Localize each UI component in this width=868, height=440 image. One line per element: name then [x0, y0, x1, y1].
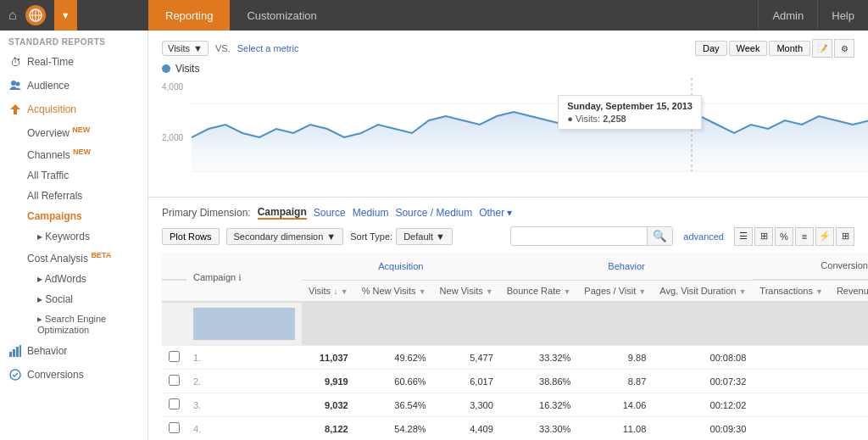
row-3-num: 3.: [186, 393, 302, 417]
sidebar-item-seo[interactable]: ▸ Search Engine Optimization: [0, 309, 147, 339]
help-button[interactable]: Help: [817, 0, 868, 31]
sidebar-item-keywords[interactable]: ▸ Keywords: [0, 226, 147, 247]
dim-source-medium[interactable]: Source / Medium: [395, 207, 472, 219]
row-3-bounce: 16.32%: [500, 393, 578, 417]
secondary-dimension-select[interactable]: Secondary dimension ▼: [226, 228, 344, 245]
row-1-newvisits: 5,477: [433, 346, 500, 370]
view-btn-percent[interactable]: %: [775, 227, 793, 246]
content-area: Visits ▼ VS. Select a metric Day Week Mo…: [148, 31, 868, 440]
row-4-visits: 8,122: [302, 417, 355, 441]
sidebar-item-allreferrals[interactable]: All Referrals: [0, 186, 147, 206]
sidebar: STANDARD REPORTS ⏱ Real-Time Audience Ac…: [0, 31, 148, 440]
row-1-checkbox[interactable]: [169, 351, 180, 362]
th-pct-new-visits[interactable]: % New Visits ▼: [355, 280, 433, 302]
sidebar-item-campaigns[interactable]: Campaigns: [0, 206, 147, 226]
data-table: Campaign ℹ Acquisition Behavior Conversi…: [162, 253, 868, 440]
th-new-visits[interactable]: New Visits ▼: [433, 280, 500, 302]
table-row: 4. 8,122 54.28% 4,409 33.30% 11.08 00:09…: [162, 417, 868, 441]
bar-chart-cell: [186, 302, 302, 346]
bar-row-checkbox: [162, 302, 186, 346]
tab-customization[interactable]: Customization: [230, 0, 333, 31]
th-campaign: Campaign ℹ: [186, 253, 302, 302]
svg-rect-8: [16, 347, 19, 357]
sidebar-item-audience[interactable]: Audience: [0, 74, 147, 97]
property-dropdown[interactable]: ▼: [54, 0, 77, 31]
view-btn-chart[interactable]: ⚡: [815, 227, 834, 246]
row-2-checkbox[interactable]: [169, 375, 180, 386]
select-metric-link[interactable]: Select a metric: [237, 43, 299, 53]
th-bounce-rate[interactable]: Bounce Rate ▼: [500, 280, 578, 302]
chart-icon-annotation[interactable]: 📝: [812, 39, 832, 58]
table-row: 1. 11,037 49.62% 5,477 33.32% 9.88 00:08…: [162, 346, 868, 370]
sidebar-item-adwords[interactable]: ▸ AdWords: [0, 269, 147, 289]
th-visits[interactable]: Visits ↓ ▼: [302, 280, 355, 302]
row-4-revenue: [830, 417, 868, 441]
tab-reporting[interactable]: Reporting: [148, 0, 230, 31]
search-button[interactable]: 🔍: [647, 227, 672, 245]
sidebar-item-behavior[interactable]: Behavior: [0, 339, 147, 363]
row-1-duration: 00:08:08: [653, 346, 753, 370]
row-3-visits: 9,032: [302, 393, 355, 417]
top-nav-right: Admin Help: [758, 0, 868, 31]
row-4-pages: 11.08: [577, 417, 653, 441]
chart-controls: Visits ▼ VS. Select a metric Day Week Mo…: [162, 39, 854, 58]
row-3-pages: 14.06: [577, 393, 653, 417]
view-btn-terms[interactable]: ≡: [795, 227, 814, 246]
svg-rect-9: [19, 345, 21, 357]
row-1-num: 1.: [186, 346, 302, 370]
view-btn-pivot[interactable]: ⊞: [754, 227, 773, 246]
dim-campaign[interactable]: Campaign: [258, 206, 307, 220]
svg-point-5: [16, 82, 20, 86]
advanced-link[interactable]: advanced: [683, 231, 724, 242]
row-4-newvisits: 4,409: [433, 417, 500, 441]
row-4-checkbox[interactable]: [169, 422, 180, 433]
analytics-icon[interactable]: [25, 5, 46, 25]
admin-button[interactable]: Admin: [758, 0, 817, 31]
date-btn-day[interactable]: Day: [695, 41, 727, 56]
row-1-transactions: [753, 346, 830, 370]
row-3-newvisits: 3,300: [433, 393, 500, 417]
th-checkbox: [162, 253, 186, 280]
sidebar-item-social[interactable]: ▸ Social: [0, 289, 147, 309]
sidebar-item-alltraffic[interactable]: All Traffic: [0, 165, 147, 186]
row-2-visits: 9,919: [302, 370, 355, 393]
sidebar-item-overview[interactable]: Overview NEW: [0, 121, 147, 143]
metric-visits-select[interactable]: Visits ▼: [162, 41, 209, 56]
view-buttons: ☰ ⊞ % ≡ ⚡ ⊞: [734, 227, 854, 246]
sidebar-item-acquisition[interactable]: Acquisition: [0, 97, 147, 121]
dim-source[interactable]: Source: [314, 207, 346, 219]
sidebar-item-realtime[interactable]: ⏱ Real-Time: [0, 50, 147, 74]
table-section: Primary Dimension: Campaign Source Mediu…: [148, 198, 868, 440]
dim-other[interactable]: Other ▾: [479, 207, 512, 219]
y-label-high: 4,000: [162, 82, 183, 92]
home-icon[interactable]: ⌂: [8, 8, 17, 23]
plot-rows-button[interactable]: Plot Rows: [162, 228, 220, 245]
th-revenue[interactable]: Revenue ▼: [830, 280, 868, 302]
sidebar-item-costanalysis[interactable]: Cost Analysis BETA: [0, 247, 147, 269]
y-label-low: 2,000: [162, 133, 183, 142]
row-3-checkbox[interactable]: [169, 398, 180, 409]
sort-default-select[interactable]: Default ▼: [396, 228, 453, 245]
th-transactions[interactable]: Transactions ▼: [753, 280, 830, 302]
view-btn-compare[interactable]: ⊞: [836, 227, 854, 246]
chart-icon-settings[interactable]: ⚙: [834, 39, 854, 58]
search-input[interactable]: [511, 229, 647, 244]
row-1-bounce: 33.32%: [500, 346, 578, 370]
date-btn-month[interactable]: Month: [769, 41, 810, 56]
svg-point-15: [688, 113, 695, 120]
chart-svg: [192, 78, 868, 180]
th-behavior-group: Behavior: [500, 253, 754, 280]
sidebar-item-channels[interactable]: Channels NEW: [0, 143, 147, 165]
dim-medium[interactable]: Medium: [353, 207, 389, 219]
th-pages-visit[interactable]: Pages / Visit ▼: [577, 280, 653, 302]
view-btn-table[interactable]: ☰: [734, 227, 753, 246]
row-2-bounce: 38.86%: [500, 370, 578, 393]
sidebar-item-conversions[interactable]: Conversions: [0, 363, 147, 387]
search-box: 🔍: [510, 226, 673, 246]
th-avg-duration[interactable]: Avg. Visit Duration ▼: [653, 280, 753, 302]
row-4-pctnew: 54.28%: [355, 417, 433, 441]
primary-dimension-row: Primary Dimension: Campaign Source Mediu…: [162, 206, 854, 220]
row-2-num: 2.: [186, 370, 302, 393]
chart-dot-visits: [162, 64, 170, 73]
date-btn-week[interactable]: Week: [729, 41, 768, 56]
